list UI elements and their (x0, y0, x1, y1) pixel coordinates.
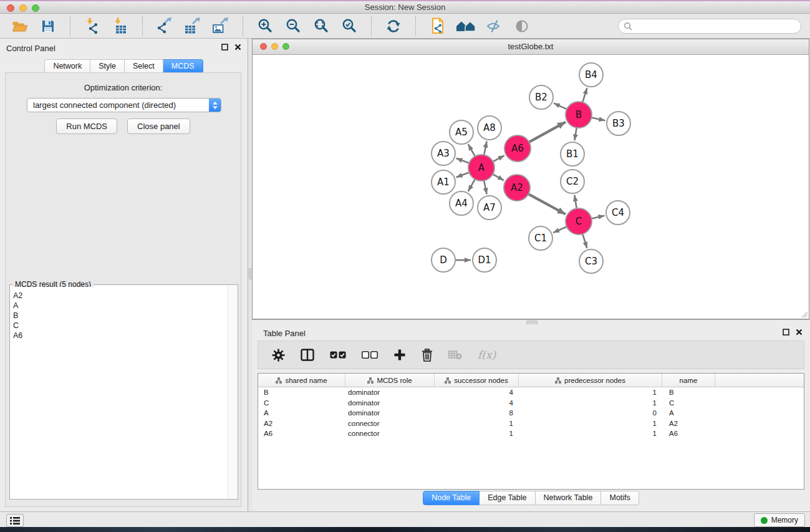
table-row[interactable]: Cdominator41C (258, 398, 804, 409)
network-edge-A-A1[interactable] (456, 172, 470, 177)
table-row[interactable]: A2connector11A2 (258, 418, 804, 429)
open-session-icon[interactable] (10, 16, 30, 36)
network-node-A7[interactable]: A7 (478, 196, 501, 220)
export-network-icon[interactable] (155, 16, 175, 36)
network-edge-C-C2[interactable] (574, 195, 576, 209)
table-row[interactable]: A6connector11A6 (258, 428, 804, 439)
create-column-plus-icon[interactable] (393, 349, 406, 361)
column-header-predecessor-nodes[interactable]: predecessor nodes (519, 374, 662, 387)
table-cell[interactable]: B (662, 389, 715, 396)
network-edge-C-C3[interactable] (582, 234, 587, 248)
search-input[interactable] (635, 21, 796, 31)
network-edge-A-A5[interactable] (468, 144, 475, 157)
column-header-shared-name[interactable]: shared name (258, 374, 345, 387)
refresh-icon[interactable] (383, 16, 403, 36)
table-cell[interactable]: 1 (519, 399, 662, 407)
new-network-from-selection-icon[interactable] (428, 16, 448, 36)
tab-select[interactable]: Select (125, 59, 163, 74)
list-scrollbar[interactable] (228, 286, 237, 498)
network-node-B1[interactable]: B1 (561, 142, 584, 166)
float-panel-icon[interactable] (221, 44, 228, 51)
network-node-C4[interactable]: C4 (606, 201, 630, 225)
column-header-name[interactable]: name (662, 374, 715, 387)
zoom-selected-icon[interactable] (339, 16, 359, 36)
network-edge-A-A8[interactable] (484, 142, 486, 155)
table-cell[interactable]: 1 (435, 430, 519, 437)
vertical-splitter[interactable] (248, 39, 252, 511)
network-canvas[interactable]: B4B2BB3A5A8A6B1A3AA1C2A2A4A7C4CC1DD1C3 (253, 55, 809, 319)
network-edge-A-A3[interactable] (456, 158, 470, 163)
tab-style[interactable]: Style (90, 59, 125, 74)
network-node-B[interactable]: B (566, 102, 592, 128)
optimization-criterion-select[interactable]: largest connected component (directed) (27, 98, 221, 112)
zoom-fit-icon[interactable] (311, 16, 331, 36)
resize-grip-icon[interactable] (801, 311, 808, 318)
network-node-C1[interactable]: C1 (529, 226, 552, 250)
table-cell[interactable]: connector (345, 430, 435, 437)
table-cell[interactable]: dominator (345, 389, 435, 396)
first-neighbors-icon[interactable] (456, 16, 476, 36)
mcds-result-item[interactable]: C (11, 321, 228, 331)
hide-graphics-details-icon[interactable] (484, 16, 504, 36)
search-field[interactable] (618, 19, 801, 34)
close-panel-button[interactable]: Close panel (127, 118, 190, 134)
mcds-result-item[interactable]: A6 (11, 331, 228, 341)
network-window-titlebar[interactable]: testGlobe.txt (253, 39, 809, 55)
network-node-A1[interactable]: A1 (432, 170, 455, 194)
network-node-A5[interactable]: A5 (450, 120, 473, 144)
table-cell[interactable]: A2 (258, 420, 345, 427)
tab-edge-table[interactable]: Edge Table (480, 491, 535, 505)
zoom-out-icon[interactable] (283, 16, 303, 36)
show-columns-icon[interactable] (301, 349, 314, 361)
table-cell[interactable]: C (662, 399, 715, 407)
select-all-columns-icon[interactable] (330, 351, 346, 359)
table-cell[interactable]: A (258, 409, 345, 417)
network-node-C[interactable]: C (566, 208, 592, 235)
table-cell[interactable]: 4 (435, 389, 519, 396)
network-node-B4[interactable]: B4 (579, 63, 603, 87)
network-node-C3[interactable]: C3 (579, 249, 603, 273)
import-network-icon[interactable] (82, 16, 102, 36)
network-node-D[interactable]: D (432, 248, 455, 272)
table-cell[interactable]: 1 (519, 430, 662, 437)
network-edge-A-A6[interactable] (493, 155, 504, 162)
horizontal-splitter[interactable] (252, 319, 810, 324)
network-node-A2[interactable]: A2 (504, 175, 530, 201)
network-node-A8[interactable]: A8 (478, 116, 501, 140)
tab-node-table[interactable]: Node Table (423, 491, 480, 505)
close-panel-icon[interactable] (796, 329, 803, 336)
deselect-all-columns-icon[interactable] (362, 351, 378, 359)
network-node-A[interactable]: A (468, 155, 494, 181)
table-cell[interactable]: dominator (345, 399, 435, 407)
float-panel-icon[interactable] (783, 329, 789, 336)
show-graphics-details-icon[interactable] (512, 16, 532, 36)
network-edge-A-A4[interactable] (468, 179, 475, 191)
table-cell[interactable]: A2 (662, 420, 715, 427)
export-image-icon[interactable] (211, 16, 231, 36)
minimize-network-window-button[interactable] (271, 43, 278, 50)
table-cell[interactable]: 8 (435, 409, 519, 417)
zoom-in-icon[interactable] (255, 16, 275, 36)
close-window-button[interactable] (7, 4, 14, 12)
table-cell[interactable]: A6 (662, 430, 715, 437)
network-edge-B-B2[interactable] (554, 103, 567, 109)
tab-network[interactable]: Network (44, 59, 90, 74)
network-edge-A-A2[interactable] (493, 174, 504, 180)
network-edge-C-C1[interactable] (553, 226, 567, 233)
tab-network-table[interactable]: Network Table (536, 491, 602, 505)
import-table-icon[interactable] (110, 16, 130, 36)
save-session-icon[interactable] (38, 16, 58, 36)
table-row[interactable]: Bdominator41B (258, 387, 804, 398)
table-cell[interactable]: dominator (345, 409, 435, 417)
mcds-result-item[interactable]: A2 (11, 291, 228, 301)
zoom-window-button[interactable] (32, 4, 39, 12)
table-settings-gear-icon[interactable] (272, 349, 285, 362)
memory-button[interactable]: Memory (754, 513, 805, 527)
zoom-network-window-button[interactable] (282, 43, 289, 50)
mcds-result-item[interactable]: A (11, 301, 228, 311)
network-edge-B-B4[interactable] (582, 88, 587, 102)
table-cell[interactable]: 1 (519, 420, 662, 427)
table-cell[interactable]: 1 (435, 420, 519, 427)
export-table-icon[interactable] (183, 16, 203, 36)
network-node-A6[interactable]: A6 (504, 135, 531, 162)
